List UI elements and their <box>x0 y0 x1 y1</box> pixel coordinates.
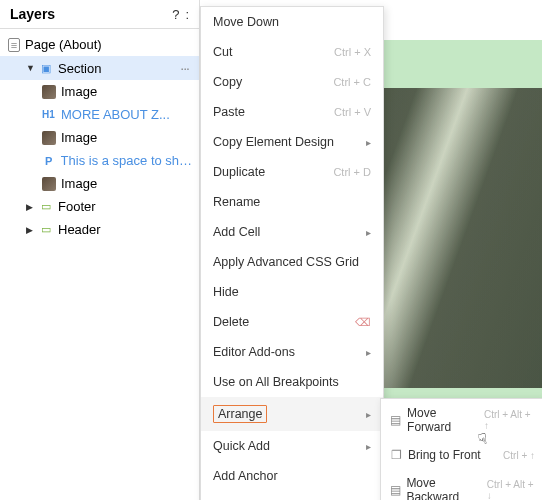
menu-addons[interactable]: Editor Add-ons▸ <box>201 337 383 367</box>
chevron-right-icon: ▸ <box>366 347 371 358</box>
menu-quick-add[interactable]: Quick Add▸ <box>201 431 383 461</box>
tree-header[interactable]: ▶ ▭ Header <box>0 218 199 241</box>
menu-hide[interactable]: Hide <box>201 277 383 307</box>
shortcut: Ctrl + V <box>334 106 371 118</box>
tree-label: Section <box>58 61 101 76</box>
h1-icon: H1 <box>42 109 56 120</box>
tree-label: Footer <box>58 199 96 214</box>
image-thumb-icon <box>42 177 56 191</box>
menu-add-cell[interactable]: Add Cell▸ <box>201 217 383 247</box>
chevron-right-icon: ▸ <box>366 227 371 238</box>
menu-set-global[interactable]: Set as Global▸ <box>201 491 383 500</box>
panel-title: Layers <box>10 6 55 22</box>
caret-right-icon: ▶ <box>26 202 34 212</box>
chevron-right-icon: ▸ <box>366 441 371 452</box>
shortcut: Ctrl + D <box>333 166 371 178</box>
menu-apply-grid[interactable]: Apply Advanced CSS Grid <box>201 247 383 277</box>
tree-label: This is a space to sha... <box>61 153 193 168</box>
menu-delete[interactable]: Delete⌫ <box>201 307 383 337</box>
chevron-right-icon: ▸ <box>366 409 371 420</box>
menu-paste[interactable]: PasteCtrl + V <box>201 97 383 127</box>
menu-duplicate[interactable]: DuplicateCtrl + D <box>201 157 383 187</box>
layers-tree: ≡ Page (About) ▼ ▣ Section ··· Image H1 … <box>0 29 199 245</box>
chevron-right-icon: ▸ <box>366 137 371 148</box>
tree-label: Image <box>61 130 97 145</box>
tree-label: Image <box>61 84 97 99</box>
tree-image[interactable]: Image <box>0 80 199 103</box>
submenu-label: Move Backward <box>406 476 481 500</box>
menu-rename[interactable]: Rename <box>201 187 383 217</box>
tree-label: Page (About) <box>25 37 102 52</box>
menu-copy[interactable]: CopyCtrl + C <box>201 67 383 97</box>
tree-label: Image <box>61 176 97 191</box>
footer-icon: ▭ <box>39 200 53 214</box>
p-icon: P <box>42 155 56 167</box>
menu-cut[interactable]: CutCtrl + X <box>201 37 383 67</box>
tree-paragraph[interactable]: P This is a space to sha... <box>0 149 199 172</box>
image-thumb-icon <box>42 131 56 145</box>
move-backward-icon: ▤ <box>389 483 401 497</box>
context-menu: Move Down CutCtrl + X CopyCtrl + C Paste… <box>200 6 384 500</box>
section-icon: ▣ <box>39 61 53 75</box>
layers-panel: Layers ? : ≡ Page (About) ▼ ▣ Section ··… <box>0 0 200 500</box>
tree-page[interactable]: ≡ Page (About) <box>0 33 199 56</box>
tree-footer[interactable]: ▶ ▭ Footer <box>0 195 199 218</box>
more-icon[interactable]: ··· <box>180 60 193 76</box>
shortcut: Ctrl + Alt + ↑ <box>484 409 535 431</box>
tree-image[interactable]: Image <box>0 126 199 149</box>
move-forward-icon: ▤ <box>389 413 402 427</box>
delete-icon: ⌫ <box>355 316 371 329</box>
shortcut: Ctrl + Alt + ↓ <box>487 479 535 500</box>
caret-down-icon: ▼ <box>26 63 34 73</box>
image-thumb-icon <box>42 85 56 99</box>
layers-header: Layers ? : <box>0 0 199 29</box>
menu-copy-design[interactable]: Copy Element Design▸ <box>201 127 383 157</box>
menu-move-down[interactable]: Move Down <box>201 7 383 37</box>
menu-use-all-breakpoints[interactable]: Use on All Breakpoints <box>201 367 383 397</box>
header-icon: ▭ <box>39 223 53 237</box>
page-icon: ≡ <box>8 38 20 52</box>
submenu-label: Bring to Front <box>408 448 481 462</box>
shortcut: Ctrl + C <box>333 76 371 88</box>
submenu-bring-to-front[interactable]: ❐ Bring to Front Ctrl + ↑ <box>381 441 542 469</box>
help-icon[interactable]: ? <box>172 7 179 22</box>
tree-label: MORE ABOUT Z... <box>61 107 170 122</box>
close-icon[interactable]: : <box>185 7 189 22</box>
tree-image[interactable]: Image <box>0 172 199 195</box>
tree-heading[interactable]: H1 MORE ABOUT Z... <box>0 103 199 126</box>
shortcut: Ctrl + X <box>334 46 371 58</box>
bring-front-icon: ❐ <box>389 448 403 462</box>
menu-add-anchor[interactable]: Add Anchor <box>201 461 383 491</box>
arrange-submenu: ▤ Move Forward Ctrl + Alt + ↑ ❐ Bring to… <box>380 398 542 500</box>
tree-label: Header <box>58 222 101 237</box>
submenu-move-forward[interactable]: ▤ Move Forward Ctrl + Alt + ↑ <box>381 399 542 441</box>
tree-section[interactable]: ▼ ▣ Section ··· <box>0 56 199 80</box>
shortcut: Ctrl + ↑ <box>503 450 535 461</box>
caret-right-icon: ▶ <box>26 225 34 235</box>
submenu-label: Move Forward <box>407 406 479 434</box>
menu-arrange[interactable]: Arrange▸ <box>201 397 383 431</box>
submenu-move-backward[interactable]: ▤ Move Backward Ctrl + Alt + ↓ <box>381 469 542 500</box>
